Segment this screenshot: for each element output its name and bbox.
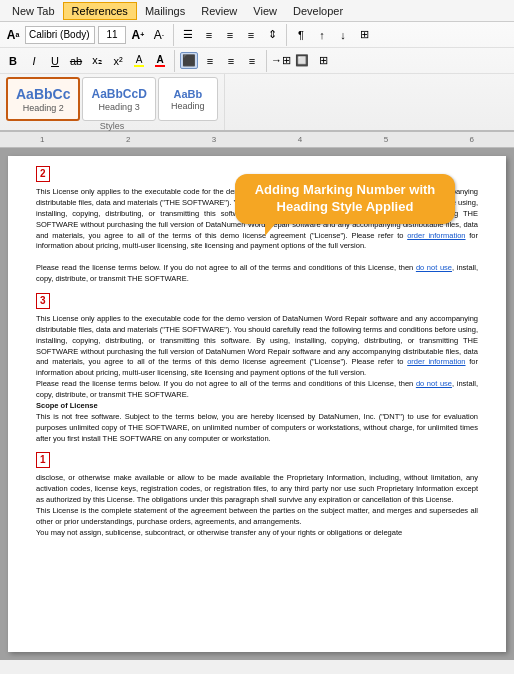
indent-increase-btn[interactable]: →⊞ xyxy=(272,52,290,69)
font-color-btn[interactable]: A xyxy=(151,52,169,69)
ribbon: Aa Calibri (Body) 11 A+ A- ☰ ≡ ≡ ≡ ⇕ ¶ ↑… xyxy=(0,22,514,132)
menu-mailings[interactable]: Mailings xyxy=(137,3,193,19)
document-page[interactable]: Adding Marking Number with Heading Style… xyxy=(8,156,506,652)
ruler-mark-6: 6 xyxy=(470,135,474,144)
section-2-number: 2 xyxy=(36,166,50,182)
sep1 xyxy=(173,24,174,46)
list-btn5[interactable]: ⇕ xyxy=(263,26,281,43)
shading-btn[interactable]: 🔲 xyxy=(293,52,311,69)
ruler-mark-1: 1 xyxy=(40,135,44,144)
list-btn4[interactable]: ≡ xyxy=(242,26,260,43)
ruler-mark-5: 5 xyxy=(384,135,388,144)
subscript-btn[interactable]: x₂ xyxy=(88,52,106,69)
style-heading3-preview: AaBbCcD xyxy=(91,87,146,101)
borders-btn[interactable]: ⊞ xyxy=(314,52,332,69)
menu-developer[interactable]: Developer xyxy=(285,3,351,19)
para-btn2[interactable]: ↑ xyxy=(313,26,331,43)
ruler-marks: 1 2 3 4 5 6 xyxy=(40,135,474,144)
style-heading2-preview: AaBbCc xyxy=(16,86,70,102)
sep3 xyxy=(174,50,175,72)
section-1-text[interactable]: disclose, or otherwise make available or… xyxy=(36,473,478,538)
section-3-number: 3 xyxy=(36,293,50,309)
ribbon-row2: B I U ab x₂ x² A A ⬛ ≡ ≡ ≡ →⊞ 🔲 ⊞ xyxy=(0,48,514,74)
menu-bar: New Tab References Mailings Review View … xyxy=(0,0,514,22)
ruler-mark-3: 3 xyxy=(212,135,216,144)
menu-view[interactable]: View xyxy=(245,3,285,19)
font-size-box[interactable]: 11 xyxy=(98,26,126,44)
section-1-number: 1 xyxy=(36,452,50,468)
document-area: Adding Marking Number with Heading Style… xyxy=(0,148,514,660)
menu-review[interactable]: Review xyxy=(193,3,245,19)
scope-label: Scope of License xyxy=(36,401,98,410)
callout-balloon: Adding Marking Number with Heading Style… xyxy=(235,174,455,224)
section-2-link1[interactable]: order information xyxy=(407,231,465,240)
section-3-heading: 3 xyxy=(36,293,478,311)
superscript-btn[interactable]: x² xyxy=(109,52,127,69)
shrink-font-btn[interactable]: A- xyxy=(150,26,168,43)
menu-new-tab[interactable]: New Tab xyxy=(4,3,63,19)
menu-references[interactable]: References xyxy=(63,2,137,20)
section-2-body3: Please read the license terms below. If … xyxy=(36,263,416,272)
section-1-body: disclose, or otherwise make available or… xyxy=(36,473,478,536)
align-left-btn[interactable]: ⬛ xyxy=(180,52,198,69)
justify-btn[interactable]: ≡ xyxy=(243,52,261,69)
list-btn3[interactable]: ≡ xyxy=(221,26,239,43)
style-heading3[interactable]: AaBbCcD Heading 3 xyxy=(82,77,155,121)
ribbon-row3: AaBbCc Heading 2 AaBbCcD Heading 3 AaBb … xyxy=(0,74,514,130)
section-1: 1 disclose, or otherwise make available … xyxy=(36,452,478,538)
ruler-mark-2: 2 xyxy=(126,135,130,144)
styles-content: AaBbCc Heading 2 AaBbCcD Heading 3 AaBb … xyxy=(6,77,218,121)
section-3-link2[interactable]: do not use xyxy=(416,379,452,388)
section-3: 3 This License only applies to the execu… xyxy=(36,293,478,445)
font-name-box[interactable]: Calibri (Body) xyxy=(25,26,95,44)
underline-btn[interactable]: U xyxy=(46,52,64,69)
para-btn3[interactable]: ↓ xyxy=(334,26,352,43)
ruler: 1 2 3 4 5 6 xyxy=(0,132,514,148)
grow-font-btn[interactable]: A+ xyxy=(129,26,147,43)
pilcrow-btn[interactable]: ¶ xyxy=(292,26,310,43)
section-3-body3: Please read the license terms below. If … xyxy=(36,379,416,388)
style-heading4-label: Heading xyxy=(171,101,205,111)
highlight-btn[interactable]: A xyxy=(130,52,148,69)
section-3-text[interactable]: This License only applies to the executa… xyxy=(36,314,478,445)
font-size-aa-btn[interactable]: Aa xyxy=(4,26,22,43)
ribbon-row1: Aa Calibri (Body) 11 A+ A- ☰ ≡ ≡ ≡ ⇕ ¶ ↑… xyxy=(0,22,514,48)
ruler-mark-4: 4 xyxy=(298,135,302,144)
style-heading3-label: Heading 3 xyxy=(99,102,140,112)
bold-btn[interactable]: B xyxy=(4,52,22,69)
para-btn4[interactable]: ⊞ xyxy=(355,26,373,43)
align-center-btn[interactable]: ≡ xyxy=(201,52,219,69)
style-heading4-preview: AaBb xyxy=(173,88,202,100)
section-1-heading: 1 xyxy=(36,452,478,470)
strikethrough-btn[interactable]: ab xyxy=(67,52,85,69)
styles-group: AaBbCc Heading 2 AaBbCcD Heading 3 AaBb … xyxy=(0,74,225,130)
italic-btn[interactable]: I xyxy=(25,52,43,69)
align-right-btn[interactable]: ≡ xyxy=(222,52,240,69)
scope-body: This is not free software. Subject to th… xyxy=(36,412,478,443)
style-heading4[interactable]: AaBb Heading xyxy=(158,77,218,121)
style-heading2-label: Heading 2 xyxy=(23,103,64,113)
sep4 xyxy=(266,50,267,72)
section-2-link2[interactable]: do not use xyxy=(416,263,452,272)
list-btn2[interactable]: ≡ xyxy=(200,26,218,43)
list-btn1[interactable]: ☰ xyxy=(179,26,197,43)
section-3-link1[interactable]: order information xyxy=(407,357,465,366)
style-heading2[interactable]: AaBbCc Heading 2 xyxy=(6,77,80,121)
sep2 xyxy=(286,24,287,46)
